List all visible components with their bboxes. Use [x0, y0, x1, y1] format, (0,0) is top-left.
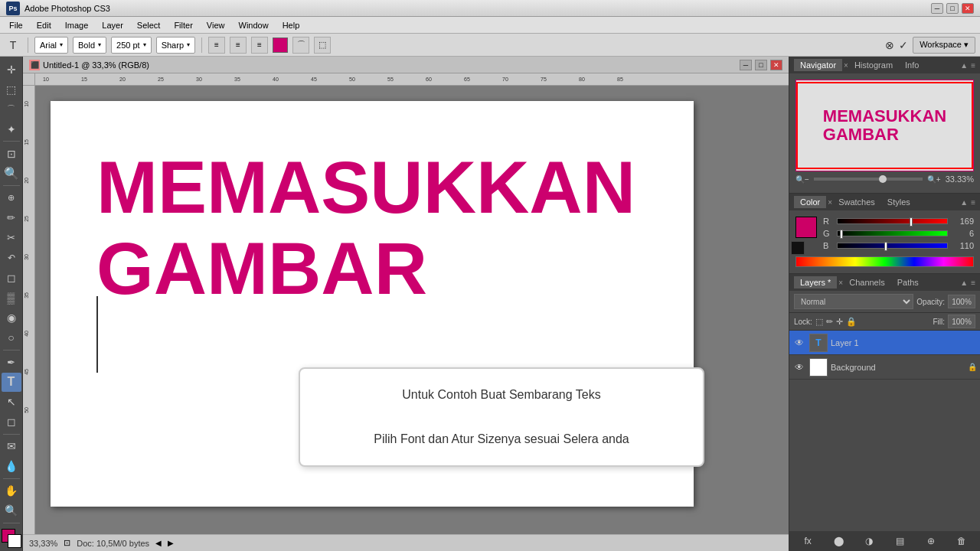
- layer-visibility-toggle[interactable]: 👁: [792, 336, 806, 350]
- blur-tool[interactable]: ◉: [2, 308, 21, 328]
- workspace-button[interactable]: Workspace ▾: [913, 37, 975, 54]
- fill-input[interactable]: [948, 315, 975, 328]
- g-slider[interactable]: [837, 230, 948, 236]
- text-color-swatch[interactable]: [273, 37, 288, 53]
- hand-tool[interactable]: ✋: [2, 481, 21, 500]
- confirm-transform-button[interactable]: ✓: [899, 39, 908, 51]
- brush-tool[interactable]: ✏: [2, 208, 21, 227]
- path-select-tool[interactable]: ↖: [2, 393, 21, 412]
- background-color-swatch[interactable]: [791, 241, 805, 255]
- 3d-options-button[interactable]: ⬚: [314, 37, 331, 54]
- b-thumb[interactable]: [884, 242, 887, 251]
- dodge-tool[interactable]: ○: [2, 328, 21, 347]
- pen-tool[interactable]: ✒: [2, 353, 21, 372]
- navigator-collapse-button[interactable]: ▲: [960, 61, 968, 70]
- history-tool[interactable]: ↶: [2, 248, 21, 267]
- r-thumb[interactable]: [910, 217, 913, 227]
- maximize-button[interactable]: □: [946, 3, 959, 14]
- gradient-tool[interactable]: ▒: [2, 288, 21, 307]
- minimize-button[interactable]: ─: [931, 3, 943, 14]
- tab-layers[interactable]: Layers *: [794, 276, 837, 289]
- layer-item[interactable]: 👁 Background 🔒: [789, 355, 980, 380]
- clone-tool[interactable]: ✂: [2, 228, 21, 247]
- tab-styles[interactable]: Styles: [881, 196, 916, 208]
- layer-visibility-toggle[interactable]: 👁: [792, 360, 806, 374]
- tab-minimize-button[interactable]: ─: [740, 60, 752, 70]
- zoom-in-icon[interactable]: 🔍+: [927, 175, 941, 184]
- blend-mode-select[interactable]: Normal Multiply Screen: [794, 294, 913, 309]
- eyedropper-tool-2[interactable]: 💧: [2, 457, 21, 476]
- zoom-tool[interactable]: 🔍: [2, 501, 21, 520]
- menu-filter[interactable]: Filter: [168, 19, 198, 31]
- type-tool[interactable]: T: [2, 373, 21, 392]
- color-spectrum[interactable]: [795, 256, 974, 267]
- foreground-background-colors[interactable]: [2, 529, 21, 548]
- tab-info[interactable]: Info: [899, 59, 925, 71]
- zoom-slider-thumb[interactable]: [879, 175, 887, 183]
- tab-swatches[interactable]: Swatches: [832, 196, 881, 208]
- tab-maximize-button[interactable]: □: [755, 60, 767, 70]
- foreground-color-swatch[interactable]: [795, 217, 817, 238]
- menu-window[interactable]: Window: [233, 19, 275, 31]
- lasso-tool[interactable]: ⌒: [2, 99, 21, 119]
- layer-item[interactable]: 👁 T Layer 1: [789, 331, 980, 355]
- cancel-transform-button[interactable]: ⊗: [885, 39, 894, 51]
- navigator-options-button[interactable]: ≡: [971, 61, 975, 70]
- menu-edit[interactable]: Edit: [31, 19, 57, 31]
- status-nav-next[interactable]: ▶: [168, 539, 174, 547]
- background-color[interactable]: [8, 534, 21, 548]
- color-panel-options[interactable]: ≡: [971, 198, 975, 207]
- close-button[interactable]: ✕: [962, 3, 974, 14]
- lock-position-icon[interactable]: ✛: [836, 317, 843, 327]
- delete-layer-button[interactable]: 🗑: [954, 533, 969, 549]
- color-panel-collapse[interactable]: ▲: [960, 198, 968, 207]
- new-layer-button[interactable]: ⊕: [923, 533, 939, 549]
- menu-layer[interactable]: Layer: [96, 19, 129, 31]
- move-tool[interactable]: ✛: [2, 60, 21, 79]
- layer-mask-button[interactable]: ⬤: [831, 533, 846, 549]
- crop-tool[interactable]: ⊡: [2, 144, 21, 163]
- magic-wand-tool[interactable]: ✦: [2, 119, 21, 139]
- menu-file[interactable]: File: [3, 19, 29, 31]
- layers-panel-options[interactable]: ≡: [971, 279, 975, 287]
- layer-styles-button[interactable]: fx: [800, 533, 815, 549]
- zoom-out-icon[interactable]: 🔍−: [795, 175, 809, 184]
- zoom-slider[interactable]: [814, 178, 923, 181]
- layer-adjustment-button[interactable]: ◑: [861, 533, 877, 549]
- menu-image[interactable]: Image: [59, 19, 95, 31]
- layers-blend-controls: Normal Multiply Screen Opacity:: [789, 291, 980, 313]
- eyedropper-tool[interactable]: 🔍: [2, 164, 21, 183]
- menu-view[interactable]: View: [201, 19, 231, 31]
- lock-image-icon[interactable]: ✏: [826, 317, 833, 327]
- warp-text-button[interactable]: ⌒: [292, 37, 309, 54]
- menu-select[interactable]: Select: [131, 19, 167, 31]
- shape-tool[interactable]: ◻: [2, 412, 21, 432]
- tab-navigator[interactable]: Navigator: [794, 59, 842, 71]
- lock-all-icon[interactable]: 🔒: [846, 317, 857, 327]
- align-right-button[interactable]: ≡: [251, 37, 268, 54]
- g-thumb[interactable]: [840, 230, 843, 239]
- tab-color[interactable]: Color: [794, 196, 826, 208]
- opacity-input[interactable]: [948, 295, 975, 308]
- notes-tool[interactable]: ✉: [2, 437, 21, 456]
- font-family-dropdown[interactable]: Arial ▾: [34, 37, 68, 54]
- align-left-button[interactable]: ≡: [208, 37, 225, 54]
- tab-histogram[interactable]: Histogram: [848, 59, 899, 71]
- r-slider[interactable]: [837, 218, 948, 224]
- font-size-dropdown[interactable]: 250 pt ▾: [111, 37, 152, 54]
- layers-panel-collapse[interactable]: ▲: [960, 279, 968, 287]
- font-style-dropdown[interactable]: Bold ▾: [73, 37, 106, 54]
- b-slider[interactable]: [837, 243, 948, 249]
- tab-paths[interactable]: Paths: [891, 276, 925, 289]
- tab-channels[interactable]: Channels: [843, 276, 890, 289]
- tab-close-button[interactable]: ✕: [770, 60, 782, 70]
- anti-alias-dropdown[interactable]: Sharp ▾: [156, 37, 195, 54]
- eraser-tool[interactable]: ◻: [2, 268, 21, 287]
- layer-group-button[interactable]: ▤: [893, 533, 908, 549]
- align-center-button[interactable]: ≡: [230, 37, 247, 54]
- marquee-tool[interactable]: ⬚: [2, 80, 21, 99]
- healing-tool[interactable]: ⊕: [2, 188, 21, 207]
- menu-help[interactable]: Help: [276, 19, 306, 31]
- lock-transparent-icon[interactable]: ⬚: [815, 317, 823, 327]
- status-nav-prev[interactable]: ◀: [155, 539, 162, 547]
